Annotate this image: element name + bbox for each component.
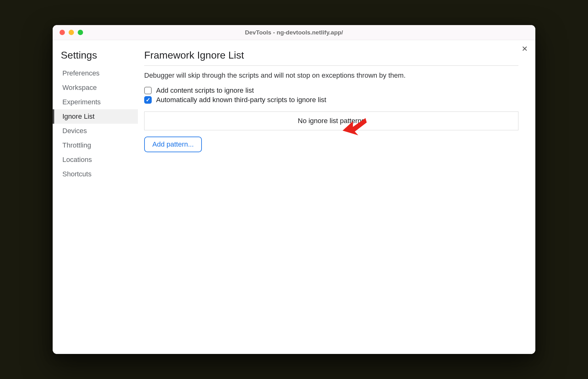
sidebar-item-throttling[interactable]: Throttling [53, 138, 138, 153]
sidebar-item-shortcuts[interactable]: Shortcuts [53, 167, 138, 181]
settings-sidebar: Settings Preferences Workspace Experimen… [53, 40, 138, 354]
window-close-button[interactable] [60, 30, 65, 35]
close-icon[interactable]: ✕ [522, 45, 528, 53]
traffic-lights [53, 30, 83, 35]
checkbox-label: Add content scripts to ignore list [156, 86, 254, 95]
checkbox-third-party-scripts[interactable]: Automatically add known third-party scri… [144, 96, 518, 104]
page-heading: Framework Ignore List [144, 49, 518, 66]
sidebar-item-preferences[interactable]: Preferences [53, 66, 138, 80]
sidebar-item-experiments[interactable]: Experiments [53, 95, 138, 109]
add-pattern-button[interactable]: Add pattern... [144, 137, 202, 152]
settings-main: Framework Ignore List Debugger will skip… [138, 40, 535, 354]
window-title: DevTools - ng-devtools.netlify.app/ [53, 29, 535, 36]
empty-state-text: No ignore list patterns [298, 117, 365, 125]
settings-title: Settings [53, 48, 138, 66]
page-description: Debugger will skip through the scripts a… [144, 71, 518, 80]
window-minimize-button[interactable] [69, 30, 74, 35]
sidebar-item-locations[interactable]: Locations [53, 153, 138, 167]
sidebar-item-devices[interactable]: Devices [53, 124, 138, 138]
checkbox-label: Automatically add known third-party scri… [156, 96, 326, 104]
window-maximize-button[interactable] [78, 30, 83, 35]
checkbox-icon [144, 87, 152, 94]
checkbox-content-scripts[interactable]: Add content scripts to ignore list [144, 86, 518, 95]
sidebar-item-ignore-list[interactable]: Ignore List [53, 109, 138, 124]
titlebar: DevTools - ng-devtools.netlify.app/ [53, 25, 535, 40]
sidebar-item-workspace[interactable]: Workspace [53, 80, 138, 95]
devtools-settings-window: DevTools - ng-devtools.netlify.app/ ✕ Se… [53, 25, 535, 354]
settings-content: ✕ Settings Preferences Workspace Experim… [53, 40, 535, 354]
ignore-patterns-list: No ignore list patterns [144, 112, 518, 130]
checkbox-icon [144, 96, 152, 104]
